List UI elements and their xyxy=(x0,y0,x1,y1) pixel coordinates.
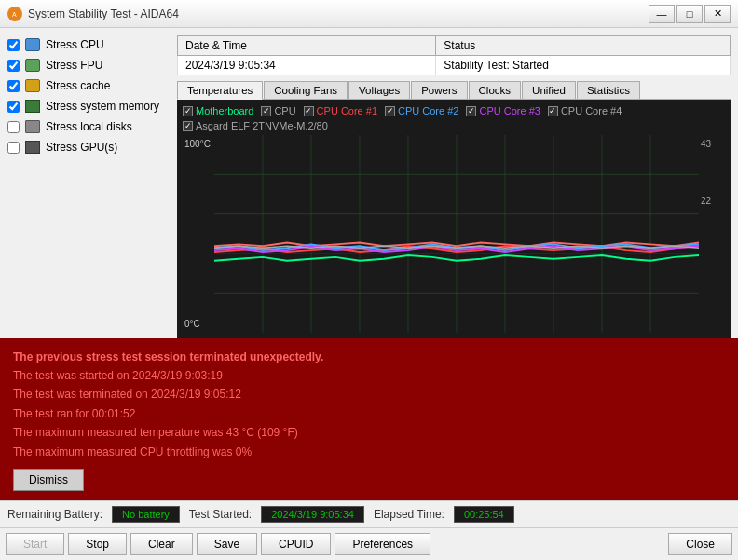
tab-clocks[interactable]: Clocks xyxy=(469,81,522,99)
cpu-icon xyxy=(23,37,42,52)
svg-text:A: A xyxy=(12,11,17,18)
stop-button[interactable]: Stop xyxy=(68,533,127,555)
legend-core3-checkbox[interactable] xyxy=(466,106,476,116)
r-max: 43 xyxy=(701,139,723,149)
error-line-5: The maximum measured CPU throttling was … xyxy=(13,443,725,461)
y-max: 100°C xyxy=(184,139,212,149)
checkbox-stress-gpu[interactable]: Stress GPU(s) xyxy=(7,138,170,157)
bottom-toolbar: Start Stop Clear Save CPUID Preferences … xyxy=(0,527,738,560)
window-controls: — □ ✕ xyxy=(649,5,731,23)
test-started-value: 2024/3/19 9:05:34 xyxy=(261,506,364,523)
chart-legend-row2: Asgard ELF 2TNVMe-M.2/80 xyxy=(183,120,725,131)
stress-cpu-label: Stress CPU xyxy=(46,38,104,51)
disk-icon xyxy=(23,119,42,134)
error-line-3: The test ran for 00:01:52 xyxy=(13,404,725,423)
checkbox-stress-cpu[interactable]: Stress CPU xyxy=(7,35,170,54)
col-datetime: Date & Time xyxy=(178,36,436,56)
error-line-0: The previous stress test session termina… xyxy=(13,348,725,366)
checkbox-stress-cache[interactable]: Stress cache xyxy=(7,76,170,95)
tab-voltages[interactable]: Voltages xyxy=(348,81,410,99)
title-bar: A System Stability Test - AIDA64 — □ ✕ xyxy=(0,0,738,28)
legend-cpu: CPU xyxy=(261,105,295,116)
window-title: System Stability Test - AIDA64 xyxy=(28,7,649,20)
legend-core2-checkbox[interactable] xyxy=(385,106,395,116)
status-table: Date & Time Status 2024/3/19 9:05:34 Sta… xyxy=(177,35,731,75)
status-text: Stability Test: Started xyxy=(436,56,731,75)
app-icon: A xyxy=(7,7,22,21)
chart-svg xyxy=(214,135,699,333)
status-datetime: 2024/3/19 9:05:34 xyxy=(178,56,436,75)
window: A System Stability Test - AIDA64 — □ ✕ S… xyxy=(0,0,738,560)
chart-area: Motherboard CPU CPU Core #1 CPU Cor xyxy=(177,100,731,338)
legend-core1-label: CPU Core #1 xyxy=(317,105,377,116)
minimize-button[interactable]: — xyxy=(649,5,675,23)
left-panel: Stress CPU Stress FPU Stress cache xyxy=(0,28,177,338)
y-axis: 100°C 0°C xyxy=(183,135,214,333)
legend-ssd-checkbox[interactable] xyxy=(183,121,193,131)
tab-bar: Temperatures Cooling Fans Voltages Power… xyxy=(177,81,731,100)
legend-cpu-checkbox[interactable] xyxy=(261,106,271,116)
cache-icon xyxy=(23,78,42,93)
checkbox-stress-memory[interactable]: Stress system memory xyxy=(7,97,170,116)
close-window-button[interactable]: ✕ xyxy=(704,5,731,23)
stress-gpu-label: Stress GPU(s) xyxy=(46,141,117,154)
legend-core3-label: CPU Core #3 xyxy=(479,105,540,116)
dismiss-button[interactable]: Dismiss xyxy=(13,469,84,491)
chart-graph-container: 100°C 0°C xyxy=(183,135,725,333)
checkbox-stress-disks[interactable]: Stress local disks xyxy=(7,117,170,136)
legend-core1: CPU Core #1 xyxy=(304,105,377,116)
stress-cache-checkbox[interactable] xyxy=(7,80,20,92)
close-button[interactable]: Close xyxy=(668,533,732,555)
stress-memory-checkbox[interactable] xyxy=(7,101,20,113)
error-panel: The previous stress test session termina… xyxy=(0,338,738,500)
tab-temperatures[interactable]: Temperatures xyxy=(177,81,263,100)
error-line-1: The test was started on 2024/3/19 9:03:1… xyxy=(13,366,725,385)
stress-fpu-checkbox[interactable] xyxy=(7,60,20,72)
stress-cpu-checkbox[interactable] xyxy=(7,39,20,51)
cpuid-button[interactable]: CPUID xyxy=(261,533,331,555)
tab-cooling-fans[interactable]: Cooling Fans xyxy=(264,81,348,99)
legend-core4-label: CPU Core #4 xyxy=(561,105,622,116)
r-min: 22 xyxy=(701,196,723,206)
stress-disks-label: Stress local disks xyxy=(46,120,132,133)
status-row: 2024/3/19 9:05:34 Stability Test: Starte… xyxy=(178,56,731,75)
r-axis: 43 22 xyxy=(699,135,725,333)
legend-mb-checkbox[interactable] xyxy=(183,106,193,116)
start-button[interactable]: Start xyxy=(6,533,64,555)
chart-graph xyxy=(214,135,699,333)
legend-core2: CPU Core #2 xyxy=(385,105,458,116)
legend-core2-label: CPU Core #2 xyxy=(398,105,458,116)
main-content: Stress CPU Stress FPU Stress cache xyxy=(0,28,738,338)
right-panel: Date & Time Status 2024/3/19 9:05:34 Sta… xyxy=(177,28,738,338)
memory-icon xyxy=(23,99,42,114)
tabs-area: Temperatures Cooling Fans Voltages Power… xyxy=(177,81,731,338)
stress-gpu-checkbox[interactable] xyxy=(7,142,20,154)
fpu-icon xyxy=(23,58,42,73)
status-bar: Remaining Battery: No battery Test Start… xyxy=(0,500,738,527)
legend-core1-checkbox[interactable] xyxy=(304,106,314,116)
maximize-button[interactable]: □ xyxy=(676,5,703,23)
save-button[interactable]: Save xyxy=(197,533,257,555)
error-line-4: The maximum measured temperature was 43 … xyxy=(13,423,725,442)
col-status: Status xyxy=(436,36,731,56)
legend-cpu-label: CPU xyxy=(274,105,295,116)
chart-legend: Motherboard CPU CPU Core #1 CPU Cor xyxy=(183,105,725,116)
error-line-2: The test was terminated on 2024/3/19 9:0… xyxy=(13,385,725,403)
y-min: 0°C xyxy=(184,319,212,329)
stress-cache-label: Stress cache xyxy=(46,79,110,92)
legend-core4: CPU Core #4 xyxy=(548,105,622,116)
legend-core4-checkbox[interactable] xyxy=(548,106,558,116)
stress-disks-checkbox[interactable] xyxy=(7,121,20,133)
battery-value: No battery xyxy=(112,506,180,523)
elapsed-value: 00:25:54 xyxy=(454,506,514,523)
legend-ssd-label: Asgard ELF 2TNVMe-M.2/80 xyxy=(196,120,328,131)
tab-powers[interactable]: Powers xyxy=(411,81,467,99)
preferences-button[interactable]: Preferences xyxy=(335,533,430,555)
tab-statistics[interactable]: Statistics xyxy=(577,81,640,99)
gpu-icon xyxy=(23,140,42,155)
stress-memory-label: Stress system memory xyxy=(46,100,159,113)
checkbox-stress-fpu[interactable]: Stress FPU xyxy=(7,56,170,75)
legend-ssd: Asgard ELF 2TNVMe-M.2/80 xyxy=(183,120,328,131)
clear-button[interactable]: Clear xyxy=(130,533,193,555)
tab-unified[interactable]: Unified xyxy=(522,81,576,99)
